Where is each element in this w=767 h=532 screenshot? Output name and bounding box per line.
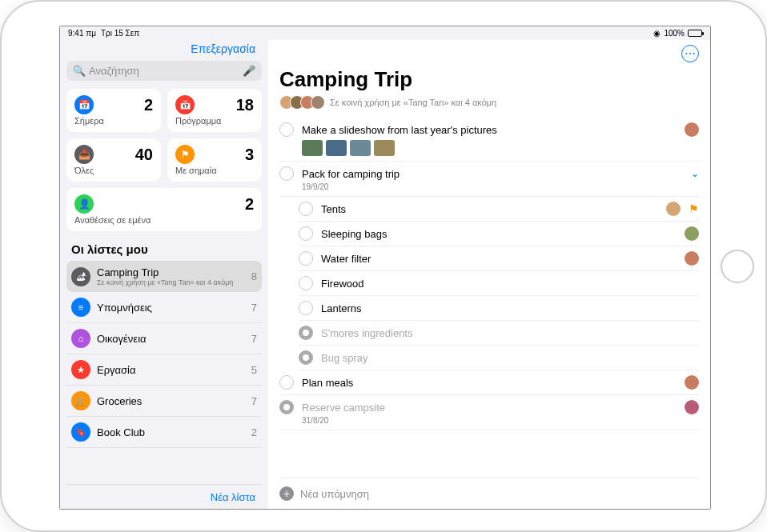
sidebar-list-item[interactable]: 🔖Book Club2 [66, 417, 262, 448]
battery-icon [688, 30, 702, 37]
complete-circle[interactable] [299, 326, 313, 340]
main-panel: ⋯ Camping Trip Σε κοινή χρήση με «Tang T… [268, 40, 710, 509]
list-count: 7 [251, 333, 257, 345]
reminders-container: Make a slideshow from last year's pictur… [279, 118, 699, 478]
chevron-down-icon[interactable]: ⌄ [691, 168, 699, 179]
new-list-button[interactable]: Νέα λίστα [211, 491, 255, 503]
reminder-item[interactable]: Make a slideshow from last year's pictur… [279, 118, 699, 162]
reminder-title: Water filter [321, 253, 677, 265]
inbox-icon: 📥 [74, 145, 94, 164]
list-icon: 🔖 [71, 422, 90, 442]
complete-circle[interactable] [279, 122, 294, 137]
list-count: 7 [251, 302, 257, 314]
edit-button[interactable]: Επεξεργασία [191, 42, 255, 55]
reminder-date: 19/9/20 [302, 182, 699, 191]
sub-reminder-item[interactable]: Firewood [299, 271, 699, 296]
assignee-avatar [685, 375, 699, 390]
avatar [311, 95, 325, 110]
shared-text: Σε κοινή χρήση με «Tang Tan» και 4 ακόμη [330, 98, 496, 107]
calendar-icon: 📅 [74, 95, 94, 114]
home-button[interactable] [721, 250, 754, 283]
list-name: Υπομνήσεις [97, 302, 251, 314]
assignee-avatar [685, 400, 699, 414]
flag-icon: ⚑ [175, 145, 195, 164]
complete-circle[interactable] [299, 226, 313, 241]
card-scheduled[interactable]: 📅18 Πρόγραμμα [167, 89, 262, 132]
sub-reminder-item[interactable]: Sleeping bags [299, 222, 699, 246]
sub-reminder-item[interactable]: Lanterns [299, 296, 699, 321]
list-icon: ⌂ [71, 329, 90, 348]
sidebar-list-item[interactable]: 🛒Groceries7 [66, 386, 262, 417]
complete-circle[interactable] [279, 375, 294, 390]
thumbnails [302, 140, 699, 156]
list-name: Camping Trip [97, 266, 251, 278]
status-time: 9:41 πμ [68, 29, 96, 38]
card-assigned[interactable]: 👤2 Αναθέσεις σε εμένα [66, 188, 262, 231]
list-icon: 🛒 [71, 391, 90, 410]
my-lists-header: Οι λίστες μου [66, 239, 262, 261]
complete-circle[interactable] [299, 301, 313, 315]
reminder-title: Firewood [321, 278, 699, 290]
list-name: Book Club [97, 426, 251, 438]
reminder-item[interactable]: Reserve campsite31/8/20 [279, 395, 699, 430]
sidebar-list-item[interactable]: 🏕Camping TripΣε κοινή χρήση με «Tang Tan… [66, 261, 262, 292]
list-count: 7 [251, 395, 257, 407]
thumbnail[interactable] [350, 140, 371, 156]
ipad-device: 9:41 πμ Τρι 15 Σεπ ◉ 100% Επεξεργασία 🔍 … [0, 0, 767, 532]
complete-circle[interactable] [279, 166, 294, 181]
calendar-icon: 📅 [175, 95, 195, 114]
list-name: Groceries [97, 395, 251, 407]
more-button[interactable]: ⋯ [681, 45, 699, 62]
thumbnail[interactable] [374, 140, 395, 156]
flag-icon: ⚑ [689, 202, 699, 215]
search-placeholder: Αναζήτηση [89, 65, 243, 77]
sub-reminder-item[interactable]: Bug spray [299, 346, 699, 370]
reminder-title: Make a slideshow from last year's pictur… [302, 124, 677, 136]
complete-circle[interactable] [299, 251, 313, 266]
sub-reminder-item[interactable]: S'mores ingredients [299, 321, 699, 346]
thumbnail[interactable] [302, 140, 323, 156]
plus-icon: + [279, 486, 294, 501]
assignee-avatar [666, 202, 681, 216]
lists-container: 🏕Camping TripΣε κοινή χρήση με «Tang Tan… [66, 261, 262, 484]
complete-circle[interactable] [279, 400, 294, 414]
reminder-title: S'mores ingredients [321, 327, 699, 339]
battery-pct: 100% [664, 29, 685, 38]
reminder-date: 31/8/20 [302, 416, 699, 425]
list-icon: 🏕 [71, 267, 90, 286]
reminder-title: Plan meals [302, 377, 677, 389]
sidebar-list-item[interactable]: ⌂Οικογένεια7 [66, 323, 262, 354]
complete-circle[interactable] [299, 276, 313, 290]
card-all[interactable]: 📥40 Όλες [66, 138, 161, 182]
share-info[interactable]: Σε κοινή χρήση με «Tang Tan» και 4 ακόμη [279, 95, 699, 110]
reminder-title: Sleeping bags [321, 228, 677, 240]
list-name: Οικογένεια [97, 333, 251, 345]
list-icon: ≡ [71, 298, 90, 317]
reminder-item[interactable]: Plan meals [279, 370, 699, 395]
list-name: Εργασία [97, 364, 251, 376]
list-subtitle: Σε κοινή χρήση με «Tang Tan» και 4 ακόμη [97, 278, 251, 286]
search-field[interactable]: 🔍 Αναζήτηση 🎤 [66, 61, 262, 81]
reminder-title: Tents [321, 203, 658, 215]
reminder-title: Lanterns [321, 302, 699, 314]
complete-circle[interactable] [299, 350, 313, 365]
mic-icon[interactable]: 🎤 [243, 65, 255, 77]
status-date: Τρι 15 Σεπ [101, 29, 139, 38]
reminder-item[interactable]: Pack for camping trip⌄19/9/20 [279, 162, 699, 197]
sidebar-list-item[interactable]: ★Εργασία5 [66, 354, 262, 386]
complete-circle[interactable] [299, 202, 313, 216]
screen: 9:41 πμ Τρι 15 Σεπ ◉ 100% Επεξεργασία 🔍 … [59, 26, 711, 510]
assignee-avatar [685, 122, 699, 137]
list-count: 8 [251, 270, 257, 282]
sub-reminder-item[interactable]: Tents⚑ [299, 197, 699, 222]
list-title: Camping Trip [279, 67, 699, 92]
sub-reminder-item[interactable]: Water filter [299, 246, 699, 271]
reminder-title: Pack for camping trip [302, 168, 683, 180]
sub-items: Tents⚑Sleeping bagsWater filterFirewoodL… [299, 197, 699, 370]
thumbnail[interactable] [326, 140, 347, 156]
new-reminder-button[interactable]: + Νέα υπόμνηση [279, 478, 699, 509]
person-icon: 👤 [74, 194, 94, 214]
card-flagged[interactable]: ⚑3 Με σημαία [167, 138, 262, 182]
sidebar-list-item[interactable]: ≡Υπομνήσεις7 [66, 292, 262, 323]
card-today[interactable]: 📅2 Σήμερα [66, 89, 161, 132]
